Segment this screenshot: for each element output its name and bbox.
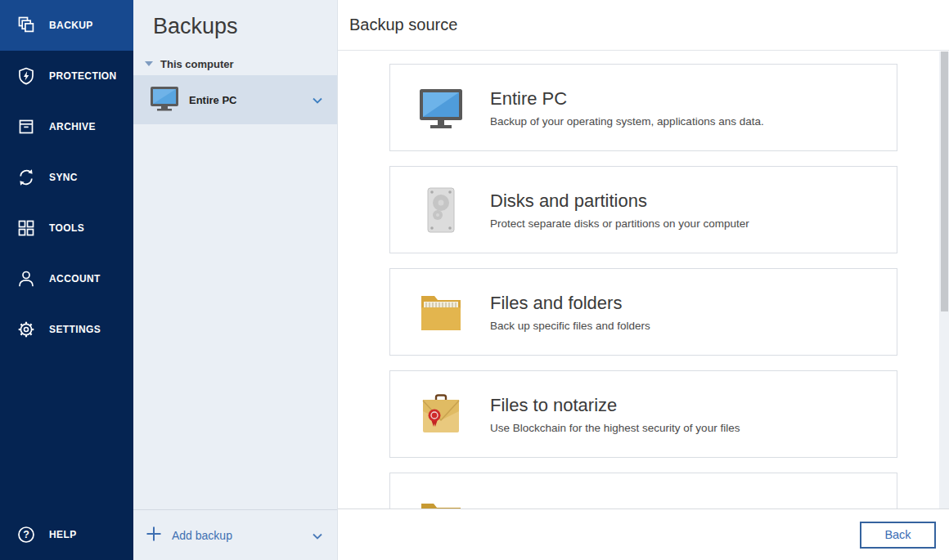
add-backup-label: Add backup <box>172 529 232 542</box>
card-title: Entire PC <box>490 88 764 110</box>
source-card-maize[interactable]: MAIZE <box>389 473 897 508</box>
collapse-triangle-icon <box>145 61 153 66</box>
person-icon <box>16 269 36 289</box>
sidebar-item-help[interactable]: ? HELP <box>0 509 133 560</box>
source-card-entire-pc[interactable]: Entire PC Backup of your operating syste… <box>389 64 897 151</box>
card-subtitle: Protect separate disks or partitions on … <box>490 217 749 230</box>
sidebar-item-label: SETTINGS <box>49 324 101 335</box>
sidebar-item-label: BACKUP <box>49 20 93 31</box>
app-window: BACKUP PROTECTION ARCHIVE <box>0 0 949 560</box>
plus-icon <box>146 526 162 545</box>
card-subtitle: Use Blockchain for the highest security … <box>490 422 740 434</box>
card-title: Disks and partitions <box>490 190 749 212</box>
open-folder-icon <box>416 492 466 509</box>
question-circle-icon: ? <box>16 525 36 544</box>
chevron-down-icon[interactable] <box>313 528 322 543</box>
sidebar-item-label: ACCOUNT <box>49 273 101 284</box>
source-card-disks-partitions[interactable]: Disks and partitions Protect separate di… <box>389 166 897 253</box>
main-sidebar: BACKUP PROTECTION ARCHIVE <box>0 0 133 560</box>
monitor-icon <box>150 86 179 114</box>
hard-disk-icon <box>416 186 466 235</box>
card-subtitle: Backup of your operating system, applica… <box>490 115 764 128</box>
archive-box-icon <box>16 117 36 137</box>
gear-icon <box>16 320 36 339</box>
panel-spacer <box>133 124 337 509</box>
svg-text:?: ? <box>23 529 29 540</box>
notarize-briefcase-icon <box>416 390 466 439</box>
tools-grid-icon <box>16 218 36 238</box>
card-title: Files and folders <box>490 293 650 314</box>
sidebar-item-label: SYNC <box>49 172 78 183</box>
sidebar-item-tools[interactable]: TOOLS <box>0 203 133 253</box>
sidebar-item-account[interactable]: ACCOUNT <box>0 253 133 304</box>
back-button[interactable]: Back <box>860 522 936 549</box>
card-title: Files to notarize <box>490 395 740 416</box>
sync-arrows-icon <box>16 168 36 187</box>
group-label: This computer <box>160 58 234 70</box>
main-header: Backup source <box>338 0 949 51</box>
sidebar-item-backup[interactable]: BACKUP <box>0 0 133 51</box>
backup-item-label: Entire PC <box>189 94 237 106</box>
backup-squares-icon <box>16 16 36 35</box>
sidebar-item-settings[interactable]: SETTINGS <box>0 304 133 355</box>
main-footer: Back <box>338 508 949 560</box>
sidebar-item-label: PROTECTION <box>49 70 117 82</box>
main-content: Backup source Ent <box>338 0 949 560</box>
sidebar-item-label: HELP <box>49 529 77 540</box>
sidebar-item-sync[interactable]: SYNC <box>0 152 133 203</box>
shield-bolt-icon <box>16 66 36 86</box>
sidebar-item-label: TOOLS <box>49 222 84 234</box>
card-subtitle: Back up specific files and folders <box>490 320 650 332</box>
sidebar-spacer <box>0 355 133 509</box>
sidebar-item-protection[interactable]: PROTECTION <box>0 51 133 101</box>
this-computer-group[interactable]: This computer <box>133 52 337 75</box>
page-title: Backup source <box>349 16 457 34</box>
folder-icon <box>416 288 466 337</box>
sidebar-item-archive[interactable]: ARCHIVE <box>0 101 133 152</box>
sidebar-item-label: ARCHIVE <box>49 121 96 132</box>
add-backup-button[interactable]: Add backup <box>133 509 337 560</box>
monitor-icon <box>416 83 466 132</box>
scrollbar-thumb[interactable] <box>941 52 948 311</box>
vertical-scrollbar[interactable] <box>939 52 949 508</box>
backup-list-item-entire-pc[interactable]: Entire PC <box>133 75 337 124</box>
backup-source-list: Entire PC Backup of your operating syste… <box>338 52 939 508</box>
source-card-files-folders[interactable]: Files and folders Back up specific files… <box>389 268 897 356</box>
chevron-down-icon[interactable] <box>313 92 322 107</box>
backups-panel: Backups This computer Entire PC <box>133 0 338 560</box>
backups-panel-title: Backups <box>153 11 337 42</box>
source-card-files-to-notarize[interactable]: Files to notarize Use Blockchain for the… <box>389 370 897 458</box>
